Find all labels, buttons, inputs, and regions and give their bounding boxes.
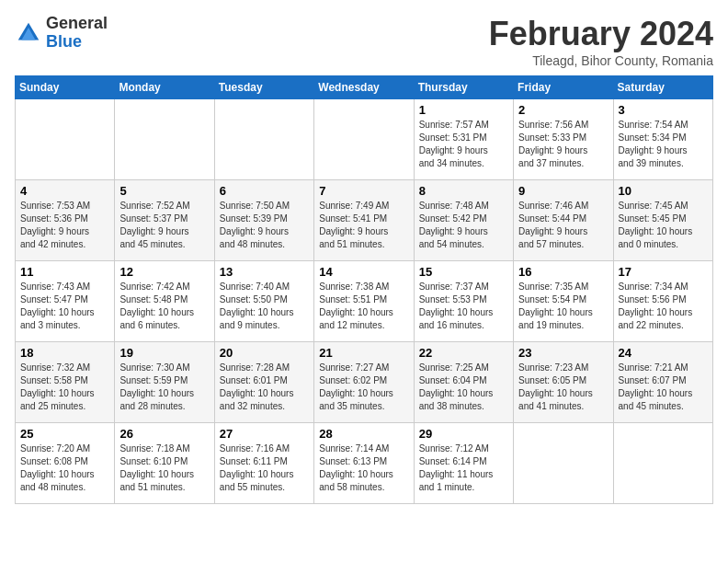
day-info: Sunrise: 7:25 AMSunset: 6:04 PMDaylight:… xyxy=(419,362,508,413)
calendar-cell: 23Sunrise: 7:23 AMSunset: 6:05 PMDayligh… xyxy=(514,342,613,423)
day-number: 11 xyxy=(20,265,109,279)
day-number: 12 xyxy=(119,265,209,279)
day-number: 6 xyxy=(220,184,309,198)
logo: General Blue xyxy=(15,15,108,52)
day-number: 29 xyxy=(419,427,508,441)
day-number: 8 xyxy=(419,184,508,198)
day-number: 20 xyxy=(220,346,309,360)
calendar-cell: 15Sunrise: 7:37 AMSunset: 5:53 PMDayligh… xyxy=(414,261,513,342)
header-thursday: Thursday xyxy=(414,76,513,99)
calendar-cell: 29Sunrise: 7:12 AMSunset: 6:14 PMDayligh… xyxy=(414,423,513,504)
day-info: Sunrise: 7:53 AMSunset: 5:36 PMDaylight:… xyxy=(20,200,109,251)
calendar-cell: 26Sunrise: 7:18 AMSunset: 6:10 PMDayligh… xyxy=(115,423,214,504)
calendar-cell: 8Sunrise: 7:48 AMSunset: 5:42 PMDaylight… xyxy=(414,180,513,261)
logo-general: General xyxy=(46,14,108,32)
day-info: Sunrise: 7:20 AMSunset: 6:08 PMDaylight:… xyxy=(20,442,109,494)
day-number: 24 xyxy=(619,346,708,360)
day-info: Sunrise: 7:54 AMSunset: 5:34 PMDaylight:… xyxy=(619,119,708,170)
title-section: February 2024 Tileagd, Bihor County, Rom… xyxy=(489,15,713,68)
day-number: 17 xyxy=(619,265,708,279)
day-info: Sunrise: 7:37 AMSunset: 5:53 PMDaylight:… xyxy=(419,281,508,332)
day-number: 19 xyxy=(119,346,209,360)
day-number: 10 xyxy=(619,184,708,198)
month-title: February 2024 xyxy=(489,15,713,53)
week-row-4: 25Sunrise: 7:20 AMSunset: 6:08 PMDayligh… xyxy=(16,423,713,504)
day-number: 15 xyxy=(419,265,508,279)
calendar-cell: 17Sunrise: 7:34 AMSunset: 5:56 PMDayligh… xyxy=(613,261,712,342)
day-info: Sunrise: 7:28 AMSunset: 6:01 PMDaylight:… xyxy=(220,362,309,413)
day-info: Sunrise: 7:40 AMSunset: 5:50 PMDaylight:… xyxy=(220,281,309,332)
day-number: 3 xyxy=(619,103,708,117)
day-info: Sunrise: 7:38 AMSunset: 5:51 PMDaylight:… xyxy=(319,281,408,332)
calendar-cell: 3Sunrise: 7:54 AMSunset: 5:34 PMDaylight… xyxy=(613,99,712,180)
day-info: Sunrise: 7:35 AMSunset: 5:54 PMDaylight:… xyxy=(518,281,608,332)
calendar-cell: 27Sunrise: 7:16 AMSunset: 6:11 PMDayligh… xyxy=(214,423,313,504)
calendar-cell: 16Sunrise: 7:35 AMSunset: 5:54 PMDayligh… xyxy=(514,261,613,342)
day-info: Sunrise: 7:56 AMSunset: 5:33 PMDaylight:… xyxy=(518,119,608,170)
calendar-cell: 28Sunrise: 7:14 AMSunset: 6:13 PMDayligh… xyxy=(314,423,414,504)
day-number: 26 xyxy=(119,427,209,441)
calendar-cell: 2Sunrise: 7:56 AMSunset: 5:33 PMDaylight… xyxy=(514,99,613,180)
day-number: 5 xyxy=(119,184,209,198)
day-info: Sunrise: 7:21 AMSunset: 6:07 PMDaylight:… xyxy=(619,362,708,413)
day-number: 21 xyxy=(319,346,408,360)
day-number: 18 xyxy=(20,346,109,360)
week-row-2: 11Sunrise: 7:43 AMSunset: 5:47 PMDayligh… xyxy=(16,261,713,342)
subtitle: Tileagd, Bihor County, Romania xyxy=(489,53,713,68)
day-info: Sunrise: 7:14 AMSunset: 6:13 PMDaylight:… xyxy=(319,442,408,494)
day-info: Sunrise: 7:50 AMSunset: 5:39 PMDaylight:… xyxy=(220,200,309,251)
header-row: SundayMondayTuesdayWednesdayThursdayFrid… xyxy=(16,76,713,99)
day-info: Sunrise: 7:48 AMSunset: 5:42 PMDaylight:… xyxy=(419,200,508,251)
day-info: Sunrise: 7:30 AMSunset: 5:59 PMDaylight:… xyxy=(119,362,209,413)
day-info: Sunrise: 7:32 AMSunset: 5:58 PMDaylight:… xyxy=(20,362,109,413)
day-number: 14 xyxy=(319,265,408,279)
day-info: Sunrise: 7:45 AMSunset: 5:45 PMDaylight:… xyxy=(619,200,708,251)
day-number: 2 xyxy=(518,103,608,117)
day-number: 22 xyxy=(419,346,508,360)
day-info: Sunrise: 7:23 AMSunset: 6:05 PMDaylight:… xyxy=(518,362,608,413)
calendar-cell xyxy=(214,99,313,180)
calendar-header: SundayMondayTuesdayWednesdayThursdayFrid… xyxy=(16,76,713,99)
calendar-cell: 9Sunrise: 7:46 AMSunset: 5:44 PMDaylight… xyxy=(514,180,613,261)
day-number: 9 xyxy=(518,184,608,198)
day-info: Sunrise: 7:12 AMSunset: 6:14 PMDaylight:… xyxy=(419,442,508,494)
day-number: 23 xyxy=(518,346,608,360)
calendar-cell: 5Sunrise: 7:52 AMSunset: 5:37 PMDaylight… xyxy=(115,180,214,261)
week-row-1: 4Sunrise: 7:53 AMSunset: 5:36 PMDaylight… xyxy=(16,180,713,261)
day-number: 7 xyxy=(319,184,408,198)
calendar-cell: 20Sunrise: 7:28 AMSunset: 6:01 PMDayligh… xyxy=(214,342,313,423)
day-info: Sunrise: 7:57 AMSunset: 5:31 PMDaylight:… xyxy=(419,119,508,170)
calendar-cell: 22Sunrise: 7:25 AMSunset: 6:04 PMDayligh… xyxy=(414,342,513,423)
day-number: 4 xyxy=(20,184,109,198)
day-info: Sunrise: 7:49 AMSunset: 5:41 PMDaylight:… xyxy=(319,200,408,251)
calendar-cell: 4Sunrise: 7:53 AMSunset: 5:36 PMDaylight… xyxy=(16,180,115,261)
calendar-cell: 10Sunrise: 7:45 AMSunset: 5:45 PMDayligh… xyxy=(613,180,712,261)
day-number: 13 xyxy=(220,265,309,279)
day-number: 27 xyxy=(220,427,309,441)
calendar: SundayMondayTuesdayWednesdayThursdayFrid… xyxy=(15,75,713,504)
header-wednesday: Wednesday xyxy=(314,76,414,99)
calendar-cell: 19Sunrise: 7:30 AMSunset: 5:59 PMDayligh… xyxy=(115,342,214,423)
calendar-cell: 24Sunrise: 7:21 AMSunset: 6:07 PMDayligh… xyxy=(613,342,712,423)
calendar-body: 1Sunrise: 7:57 AMSunset: 5:31 PMDaylight… xyxy=(16,99,713,504)
header-monday: Monday xyxy=(115,76,214,99)
header-friday: Friday xyxy=(514,76,613,99)
day-info: Sunrise: 7:46 AMSunset: 5:44 PMDaylight:… xyxy=(518,200,608,251)
logo-icon xyxy=(15,19,42,47)
header-tuesday: Tuesday xyxy=(214,76,313,99)
calendar-cell: 7Sunrise: 7:49 AMSunset: 5:41 PMDaylight… xyxy=(314,180,414,261)
calendar-cell: 18Sunrise: 7:32 AMSunset: 5:58 PMDayligh… xyxy=(16,342,115,423)
calendar-cell: 14Sunrise: 7:38 AMSunset: 5:51 PMDayligh… xyxy=(314,261,414,342)
day-info: Sunrise: 7:43 AMSunset: 5:47 PMDaylight:… xyxy=(20,281,109,332)
calendar-cell: 21Sunrise: 7:27 AMSunset: 6:02 PMDayligh… xyxy=(314,342,414,423)
week-row-3: 18Sunrise: 7:32 AMSunset: 5:58 PMDayligh… xyxy=(16,342,713,423)
day-info: Sunrise: 7:52 AMSunset: 5:37 PMDaylight:… xyxy=(119,200,209,251)
calendar-cell: 25Sunrise: 7:20 AMSunset: 6:08 PMDayligh… xyxy=(16,423,115,504)
calendar-cell xyxy=(115,99,214,180)
day-number: 16 xyxy=(518,265,608,279)
calendar-cell xyxy=(613,423,712,504)
day-number: 25 xyxy=(20,427,109,441)
day-number: 1 xyxy=(419,103,508,117)
day-info: Sunrise: 7:18 AMSunset: 6:10 PMDaylight:… xyxy=(119,442,209,494)
header: General Blue February 2024 Tileagd, Biho… xyxy=(15,15,713,68)
